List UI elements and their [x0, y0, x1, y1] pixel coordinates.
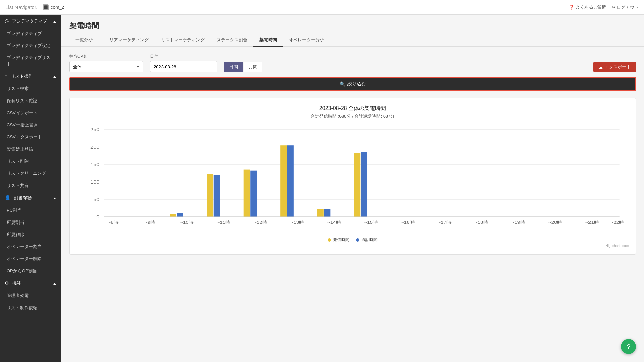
bar-talk-12: [250, 171, 257, 217]
tab-area-marketing[interactable]: エリアマーケティング: [99, 34, 155, 47]
sidebar-item-list-share[interactable]: リスト共有: [0, 179, 61, 192]
tab-call-time[interactable]: 架電時間: [253, 34, 283, 47]
sidebar: ◎ プレディクティブ ▲ プレディクティブ プレディクティブ設定 プレディクティ…: [0, 15, 61, 362]
bar-talk-10: [177, 213, 183, 217]
sidebar-item-op-assign[interactable]: オペレーター割当: [0, 241, 61, 253]
question-icon: ❓: [569, 5, 574, 10]
sidebar-section-list-ops-label: リスト操作: [11, 74, 33, 79]
svg-text:~20時: ~20時: [548, 220, 562, 225]
highcharts-credit: Highcharts.com: [76, 244, 629, 248]
sidebar-item-list-create[interactable]: リスト制作依頼: [0, 302, 61, 314]
op-name-label: 担当OP名: [69, 54, 143, 59]
export-icon: ☁: [598, 65, 603, 70]
bar-call-14: [317, 209, 324, 217]
chart-container: 2023-08-28 全体の架電時間 合計発信時間 :688分 / 合計通話時間…: [69, 98, 636, 255]
bar-talk-13: [287, 145, 294, 217]
sidebar-section-list-ops[interactable]: ≡ リスト操作 ▲: [0, 70, 61, 83]
svg-text:50: 50: [93, 197, 99, 202]
svg-text:~21時: ~21時: [585, 220, 599, 225]
sidebar-section-assign[interactable]: 👤 割当/解除 ▲: [0, 192, 61, 204]
chevron-up-icon-2: ▲: [53, 74, 57, 78]
sidebar-section-features-label: 機能: [12, 281, 21, 286]
sidebar-section-features[interactable]: ⚙ 機能 ▲: [0, 277, 61, 290]
help-button[interactable]: ?: [621, 339, 636, 354]
tab-status-ratio[interactable]: ステータス割合: [211, 34, 253, 47]
filter-button[interactable]: 🔍 絞り込む: [69, 77, 636, 91]
chart-legend: 発信時間 通話時間: [76, 237, 629, 243]
sidebar-section-predictive-label: プレディクティブ: [12, 18, 47, 24]
features-icon: ⚙: [5, 280, 9, 286]
sidebar-section-predictive[interactable]: ◎ プレディクティブ ▲: [0, 15, 61, 28]
logout-icon: ↪: [612, 5, 615, 10]
topbar-right: ❓ よくあるご質問 ↪ ログアウト: [569, 4, 639, 10]
tenant-indicator: ⬛ com_2: [43, 4, 64, 10]
sidebar-item-op-from-op[interactable]: OPからOP割当: [0, 265, 61, 277]
svg-text:~12時: ~12時: [254, 220, 267, 225]
svg-text:~16時: ~16時: [401, 220, 415, 225]
bar-call-15: [354, 153, 360, 217]
legend-call-dot: [328, 238, 331, 242]
sidebar-item-list-search[interactable]: リスト検索: [0, 83, 61, 95]
tenant-icon: ⬛: [43, 4, 49, 10]
bar-talk-15: [361, 152, 367, 217]
sidebar-predictive-items: プレディクティブ プレディクティブ設定 プレディクティブリスト: [0, 28, 61, 70]
day-btn[interactable]: 日間: [224, 62, 243, 72]
app-logo: List Navigator.: [5, 4, 37, 10]
faq-link[interactable]: ❓ よくあるご質問: [569, 4, 606, 10]
op-name-select[interactable]: 全体: [69, 61, 143, 72]
svg-text:0: 0: [96, 215, 99, 219]
bar-talk-14: [324, 209, 330, 217]
tenant-name: com_2: [51, 5, 64, 10]
svg-text:~22時: ~22時: [611, 220, 624, 225]
bar-call-12: [244, 170, 250, 217]
chart-subtitle: 合計発信時間 :688分 / 合計通話時間: 687分: [76, 113, 629, 119]
sidebar-item-affiliation-assign[interactable]: 所属割当: [0, 216, 61, 229]
sidebar-item-list-check[interactable]: 保有リスト確認: [0, 95, 61, 107]
sidebar-item-predictive-list[interactable]: プレディクティブリスト: [0, 52, 61, 70]
tab-overview[interactable]: 一覧分析: [69, 34, 99, 47]
svg-text:~15時: ~15時: [364, 220, 378, 225]
bar-call-13: [280, 145, 287, 217]
page-header: 架電時間: [61, 15, 644, 34]
svg-text:~13時: ~13時: [291, 220, 304, 225]
date-group: 日付: [150, 54, 217, 72]
sidebar-item-csv-overwrite[interactable]: CSV一括上書き: [0, 119, 61, 131]
legend-talk-label: 通話時間: [361, 237, 378, 243]
sidebar-item-predictive-settings[interactable]: プレディクティブ設定: [0, 40, 61, 52]
svg-text:~9時: ~9時: [145, 220, 155, 225]
date-input[interactable]: [150, 61, 217, 72]
export-button[interactable]: ☁ エクスポート: [593, 62, 636, 72]
tab-operator-analysis[interactable]: オペレーター分析: [283, 34, 330, 47]
chart-title: 2023-08-28 全体の架電時間: [76, 105, 629, 112]
sidebar-item-admin-call[interactable]: 管理者架電: [0, 290, 61, 302]
chevron-up-icon-4: ▲: [53, 281, 57, 285]
date-label: 日付: [150, 54, 217, 59]
svg-text:200: 200: [90, 145, 99, 149]
sidebar-item-predictive[interactable]: プレディクティブ: [0, 28, 61, 40]
logout-link[interactable]: ↪ ログアウト: [612, 4, 639, 10]
sidebar-section-assign-label: 割当/解除: [14, 195, 33, 200]
sidebar-item-csv-export[interactable]: CSVエクスポート: [0, 131, 61, 143]
svg-text:~8時: ~8時: [108, 220, 118, 225]
sidebar-item-list-cleaning[interactable]: リストクリーニング: [0, 167, 61, 179]
content-area: 担当OP名 全体 ▼ 日付 日間 月間 ☁: [61, 47, 644, 262]
sidebar-item-pc-assign[interactable]: PC割当: [0, 204, 61, 216]
tab-list-marketing[interactable]: リストマーケティング: [155, 34, 211, 47]
sidebar-item-list-delete[interactable]: リスト削除: [0, 155, 61, 167]
svg-text:~10時: ~10時: [180, 220, 193, 225]
sidebar-list-ops-items: リスト検索 保有リスト確認 CSVインポート CSV一括上書き CSVエクスポー…: [0, 83, 61, 192]
sidebar-item-affiliation-release[interactable]: 所属解除: [0, 229, 61, 241]
svg-text:100: 100: [90, 180, 99, 184]
chart-area: 250 200 150 100 50 0: [76, 126, 629, 234]
sidebar-features-items: 管理者架電 リスト制作依頼: [0, 290, 61, 314]
list-ops-icon: ≡: [5, 73, 7, 79]
assign-icon: 👤: [5, 195, 10, 200]
month-btn[interactable]: 月間: [244, 62, 262, 72]
sidebar-item-op-release[interactable]: オペレーター解除: [0, 253, 61, 265]
bar-call-11: [207, 174, 213, 217]
sidebar-item-call-ban[interactable]: 架電禁止登録: [0, 143, 61, 155]
svg-text:~11時: ~11時: [217, 220, 230, 225]
sidebar-item-csv-import[interactable]: CSVインポート: [0, 107, 61, 119]
sidebar-assign-items: PC割当 所属割当 所属解除 オペレーター割当 オペレーター解除 OPからOP割…: [0, 204, 61, 277]
legend-talk-time: 通話時間: [356, 237, 378, 243]
